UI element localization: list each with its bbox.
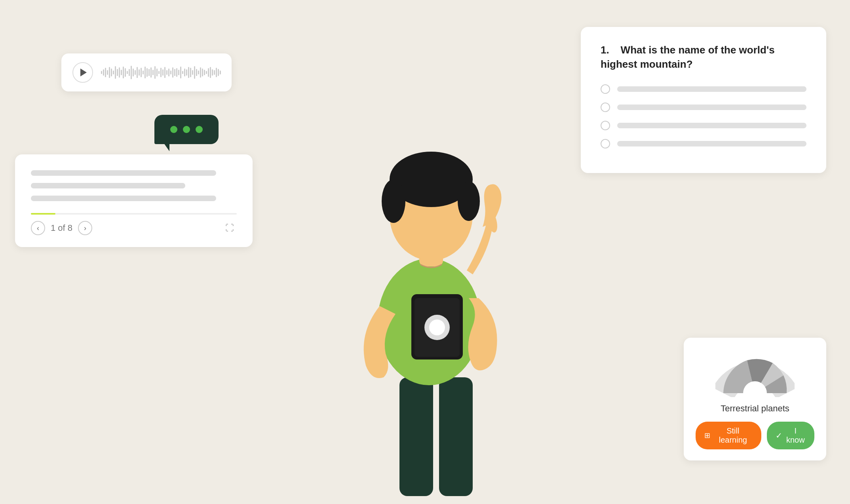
pie-chart-label: Terrestrial planets xyxy=(721,403,789,414)
svg-point-9 xyxy=(458,181,480,221)
flashcard: ‹ 1 of 8 › ⛶ xyxy=(15,154,253,247)
flashcard-line-3 xyxy=(31,196,216,201)
question-number: 1. xyxy=(601,44,609,56)
option-bar-1 xyxy=(617,86,806,92)
question-text: What is the name of the world's highest … xyxy=(601,44,775,70)
waveform xyxy=(101,65,221,80)
flashcard-line-1 xyxy=(31,170,216,176)
svg-rect-1 xyxy=(399,377,433,496)
card-progress-bar xyxy=(31,213,237,215)
i-know-label: I know xyxy=(785,426,806,445)
flashcard-line-2 xyxy=(31,183,185,188)
checkmark-icon: ✓ xyxy=(776,431,782,440)
quiz-question: 1. What is the name of the world's highe… xyxy=(601,43,806,72)
nav-next-button[interactable]: › xyxy=(78,221,92,235)
nav-prev-button[interactable]: ‹ xyxy=(31,221,45,235)
still-learning-icon: ⊞ xyxy=(704,431,710,440)
card-footer: ‹ 1 of 8 › ⛶ xyxy=(31,221,237,235)
character-illustration xyxy=(322,124,528,504)
radio-1[interactable] xyxy=(601,84,610,94)
pie-chart-svg xyxy=(715,350,795,397)
svg-point-8 xyxy=(382,179,405,223)
pie-chart-card: Terrestrial planets ⊞ Still learning ✓ I… xyxy=(684,338,826,460)
still-learning-button[interactable]: ⊞ Still learning xyxy=(696,422,761,449)
card-nav: ‹ 1 of 8 › xyxy=(31,221,92,235)
card-pagination: 1 of 8 xyxy=(51,223,72,233)
quiz-option-4[interactable] xyxy=(601,139,806,148)
svg-point-13 xyxy=(429,320,445,335)
pie-chart-buttons: ⊞ Still learning ✓ I know xyxy=(696,422,814,449)
still-learning-label: Still learning xyxy=(713,426,753,445)
radio-4[interactable] xyxy=(601,139,610,148)
quiz-option-1[interactable] xyxy=(601,84,806,94)
radio-2[interactable] xyxy=(601,103,610,112)
quiz-card: 1. What is the name of the world's highe… xyxy=(581,27,826,173)
chat-dot-3 xyxy=(196,126,203,133)
expand-button[interactable]: ⛶ xyxy=(222,221,237,235)
chat-dot-1 xyxy=(170,126,177,133)
chat-dot-2 xyxy=(183,126,190,133)
i-know-button[interactable]: ✓ I know xyxy=(767,422,814,449)
radio-3[interactable] xyxy=(601,121,610,130)
chat-bubble xyxy=(154,115,219,144)
option-bar-2 xyxy=(617,105,806,110)
quiz-option-2[interactable] xyxy=(601,103,806,112)
option-bar-4 xyxy=(617,141,806,146)
audio-card xyxy=(61,53,232,91)
svg-rect-2 xyxy=(439,377,473,496)
quiz-option-3[interactable] xyxy=(601,121,806,130)
option-bar-3 xyxy=(617,123,806,128)
card-progress-fill xyxy=(31,213,55,215)
play-button[interactable] xyxy=(72,62,93,83)
